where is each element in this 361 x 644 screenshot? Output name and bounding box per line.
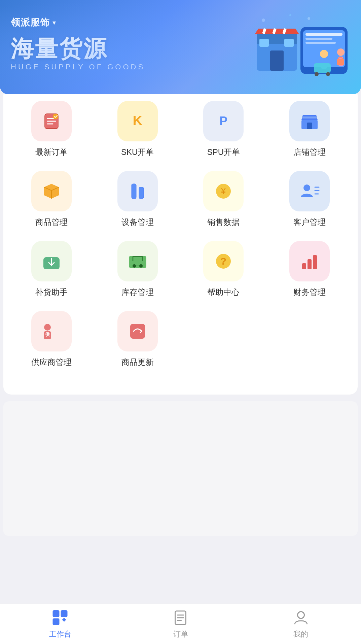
goods-update-icon-wrap — [117, 311, 158, 351]
svg-rect-34 — [302, 116, 317, 118]
menu-item-help-center[interactable]: ?帮助中心 — [182, 241, 265, 298]
svg-line-7 — [263, 29, 265, 34]
svg-text:K: K — [133, 113, 142, 128]
finance-label: 财务管理 — [293, 287, 326, 298]
nav-item-mine[interactable]: 我的 — [241, 609, 361, 639]
goods-manage-icon-wrap — [31, 171, 72, 211]
nav-item-orders[interactable]: 订单 — [120, 609, 241, 639]
restock-label: 补货助手 — [35, 287, 68, 298]
banner: 领派服饰 ▾ 海量货源 HUGE SUPPLY OF GOODS — [0, 0, 361, 94]
shop-manage-icon-wrap — [289, 101, 330, 141]
nav-label-orders: 订单 — [173, 629, 188, 639]
spu-open-icon-wrap: P — [203, 101, 244, 141]
nav-item-workbench[interactable]: 工作台 — [0, 609, 120, 639]
svg-point-15 — [337, 48, 345, 56]
svg-rect-2 — [305, 33, 342, 36]
menu-item-supplier[interactable]: 供供应商管理 — [10, 311, 93, 368]
svg-text:供: 供 — [45, 332, 50, 337]
svg-rect-33 — [307, 123, 312, 129]
spacer-area — [3, 401, 358, 536]
customer-manage-label: 客户管理 — [293, 217, 326, 228]
svg-rect-62 — [61, 610, 68, 617]
sales-data-label: 销售数据 — [207, 217, 240, 228]
menu-item-sales-data[interactable]: ¥销售数据 — [182, 171, 265, 228]
bottom-nav: 工作台 订单 我的 — [0, 604, 361, 644]
menu-item-customer-manage[interactable]: 客户管理 — [268, 171, 351, 228]
svg-point-21 — [262, 19, 265, 22]
menu-item-shop-manage[interactable]: 店铺管理 — [268, 101, 351, 158]
latest-order-label: 最新订单 — [35, 147, 68, 158]
svg-text:?: ? — [220, 256, 226, 267]
device-manage-icon-wrap — [117, 171, 158, 211]
svg-rect-3 — [305, 38, 332, 40]
svg-text:¥: ¥ — [221, 186, 226, 196]
spu-open-label: SPU开单 — [207, 147, 240, 158]
svg-rect-4 — [305, 42, 336, 44]
svg-rect-17 — [337, 59, 344, 65]
svg-point-57 — [44, 324, 51, 331]
shop-manage-label: 店铺管理 — [293, 147, 326, 158]
menu-item-goods-update[interactable]: 商品更新 — [96, 311, 179, 368]
menu-item-device-manage[interactable]: 设备管理 — [96, 171, 179, 228]
menu-item-restock[interactable]: 补货助手 — [10, 241, 93, 298]
menu-grid: 最新订单KSKU开单PSPU开单店铺管理商品管理设备管理¥销售数据客户管理补货助… — [10, 101, 351, 368]
goods-update-label: 商品更新 — [121, 357, 154, 368]
nav-label-mine: 我的 — [293, 629, 308, 639]
svg-point-29 — [53, 114, 58, 119]
svg-line-8 — [274, 29, 275, 34]
menu-item-latest-order[interactable]: 最新订单 — [10, 101, 93, 158]
menu-item-finance[interactable]: 财务管理 — [268, 241, 351, 298]
svg-rect-12 — [284, 39, 294, 47]
svg-rect-54 — [302, 263, 306, 269]
supplier-label: 供应商管理 — [31, 357, 72, 368]
sales-data-icon-wrap: ¥ — [203, 171, 244, 211]
sku-open-label: SKU开单 — [121, 147, 154, 158]
help-center-label: 帮助中心 — [207, 287, 240, 298]
sku-open-icon-wrap: K — [117, 101, 158, 141]
svg-rect-55 — [308, 259, 312, 269]
svg-point-23 — [308, 17, 310, 20]
svg-point-13 — [320, 50, 328, 58]
latest-order-icon-wrap — [31, 101, 72, 141]
svg-point-22 — [289, 14, 291, 16]
svg-rect-18 — [314, 63, 331, 73]
goods-manage-label: 商品管理 — [35, 217, 68, 228]
svg-rect-11 — [259, 39, 269, 47]
menu-item-goods-manage[interactable]: 商品管理 — [10, 171, 93, 228]
svg-point-19 — [315, 72, 319, 76]
supplier-icon-wrap: 供 — [31, 311, 72, 351]
inventory-icon-wrap — [117, 241, 158, 281]
svg-line-9 — [284, 29, 285, 34]
help-center-icon-wrap: ? — [203, 241, 244, 281]
nav-label-workbench: 工作台 — [49, 629, 71, 639]
menu-item-sku-open[interactable]: KSKU开单 — [96, 101, 179, 158]
svg-point-42 — [303, 184, 310, 191]
device-manage-label: 设备管理 — [121, 217, 154, 228]
banner-illustration — [247, 7, 354, 81]
svg-rect-61 — [53, 610, 60, 617]
inventory-label: 库存管理 — [121, 287, 154, 298]
svg-rect-63 — [53, 618, 60, 625]
svg-rect-10 — [270, 50, 284, 71]
svg-rect-56 — [313, 255, 317, 269]
svg-text:P: P — [219, 114, 227, 128]
main-content: 最新订单KSKU开单PSPU开单店铺管理商品管理设备管理¥销售数据客户管理补货助… — [3, 88, 358, 395]
restock-icon-wrap — [31, 241, 72, 281]
svg-rect-60 — [130, 324, 145, 339]
svg-rect-38 — [139, 187, 144, 199]
customer-manage-icon-wrap — [289, 171, 330, 211]
menu-item-inventory[interactable]: 库存管理 — [96, 241, 179, 298]
svg-marker-64 — [62, 618, 66, 622]
menu-item-spu-open[interactable]: PSPU开单 — [182, 101, 265, 158]
svg-rect-36 — [132, 184, 136, 199]
svg-point-20 — [326, 72, 330, 76]
svg-point-69 — [297, 612, 304, 618]
finance-icon-wrap — [289, 241, 330, 281]
